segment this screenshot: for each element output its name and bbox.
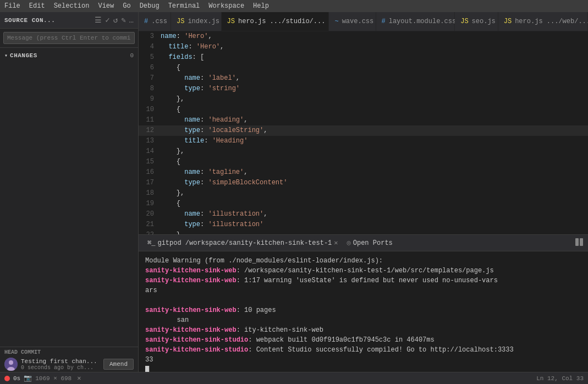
line-num-15: 15: [139, 157, 161, 167]
amend-button[interactable]: Amend: [103, 359, 134, 370]
terminal-line-7: sanity-kitchen-sink-web: ity-kitchen-sin…: [145, 325, 581, 335]
tab-wavecss[interactable]: ~ wave.css: [329, 12, 376, 31]
js-icon: JS: [177, 18, 184, 25]
tab-indexjs[interactable]: JS index.js: [171, 12, 222, 31]
code-line-17: 17 type: 'simpleBlockContent': [139, 178, 588, 188]
layoutcss-icon: #: [382, 18, 386, 25]
line-content-19: {: [161, 199, 588, 209]
changes-count: 0: [130, 52, 134, 59]
line-content-21: type: 'illustration': [161, 220, 588, 230]
terminal-line-8: sanity-kitchen-sink-studio: webpack buil…: [145, 335, 581, 345]
code-line-3: 3 name: 'Hero',: [139, 31, 588, 42]
terminal-area: ⌘_ gitpod /workspace/sanity-kitchen-sink…: [139, 234, 588, 372]
code-line-22: 22 },: [139, 230, 588, 234]
terminal-line-blank: [145, 295, 581, 305]
code-line-16: 16 name: 'tagline',: [139, 167, 588, 178]
sidebar-edit-icon[interactable]: ✎: [121, 15, 125, 25]
sidebar: SOURCE CON... ☰ ✓ ↺ ✎ … ▾ CHANGES: [0, 12, 139, 372]
terminal-cursor-line: 33█: [145, 355, 581, 372]
menu-selection[interactable]: Selection: [54, 2, 90, 10]
main-layout: SOURCE CON... ☰ ✓ ↺ ✎ … ▾ CHANGES: [0, 12, 588, 384]
menu-go[interactable]: Go: [123, 2, 130, 10]
menu-help[interactable]: Help: [253, 2, 269, 10]
wavecss-icon: ~: [334, 18, 338, 25]
line-num-12: 12: [139, 125, 161, 136]
line-content-8: type: 'string': [161, 84, 588, 94]
code-line-12: 12 type: 'localeString',: [139, 125, 588, 136]
line-num-21: 21: [139, 220, 161, 230]
svg-rect-3: [575, 238, 579, 246]
line-num-4: 4: [139, 42, 161, 52]
line-content-18: },: [161, 188, 588, 199]
css-icon: #: [144, 18, 148, 25]
terminal-line-4: ars: [145, 286, 581, 295]
tab-herojs-label: hero.js .../studio/...: [238, 18, 325, 25]
menu-debug[interactable]: Debug: [140, 2, 160, 10]
line-num-10: 10: [139, 105, 161, 115]
sidebar-title: SOURCE CON...: [4, 17, 55, 24]
code-line-20: 20 name: 'illustration',: [139, 209, 588, 220]
terminal-line-1: Module Warning (from ./node_modules/esli…: [145, 256, 581, 266]
terminal-tab[interactable]: ⌘_ gitpod /workspace/sanity-kitchen-sink…: [143, 235, 343, 251]
tab-seojs[interactable]: JS seo.js: [455, 12, 498, 31]
herojs2-icon: JS: [504, 18, 512, 25]
tab-layoutcss[interactable]: # layout.module.css: [376, 12, 455, 31]
tab-css[interactable]: # .css: [139, 12, 171, 31]
line-content-6: {: [161, 63, 588, 73]
terminal-tab-label: gitpod /workspace/sanity-kitchen-sink-te…: [157, 239, 332, 247]
menu-edit[interactable]: Edit: [29, 2, 45, 10]
menu-view[interactable]: View: [98, 2, 114, 10]
svg-rect-4: [580, 238, 583, 246]
terminal-content[interactable]: Module Warning (from ./node_modules/esli…: [139, 251, 588, 372]
tab-css-label: .css: [151, 18, 167, 25]
line-content-5: fields: [: [161, 52, 588, 63]
commit-time: 0 seconds ago by ch...: [21, 365, 100, 371]
changes-section: ▾ CHANGES 0: [0, 48, 138, 63]
line-content-7: name: 'label',: [161, 73, 588, 84]
terminal-line-2: sanity-kitchen-sink-web: /workspace/sani…: [145, 266, 581, 276]
terminal-line-5: sanity-kitchen-sink-web: 10 pages: [145, 305, 581, 315]
seojs-icon: JS: [460, 18, 468, 25]
line-content-11: name: 'heading',: [161, 115, 588, 125]
code-content[interactable]: 3 name: 'Hero', 4 title: 'Hero', 5 field…: [139, 31, 588, 234]
code-line-13: 13 title: 'Heading': [139, 136, 588, 146]
line-num-3: 3: [139, 31, 161, 42]
code-line-21: 21 type: 'illustration': [139, 220, 588, 230]
changes-header[interactable]: ▾ CHANGES 0: [0, 50, 138, 61]
terminal-close-icon[interactable]: ✕: [334, 239, 338, 247]
status-position: Ln 12, Col 33: [536, 375, 584, 382]
open-ports-label: Open Ports: [353, 239, 393, 247]
tab-herojs-active[interactable]: JS hero.js .../studio/... ✕: [222, 12, 329, 31]
tab-wavecss-label: wave.css: [342, 18, 374, 25]
commit-message-input[interactable]: [3, 32, 135, 44]
menu-workspace[interactable]: Workspace: [208, 2, 244, 10]
recording-close-icon[interactable]: ✕: [77, 374, 81, 382]
sidebar-refresh-icon[interactable]: ↺: [113, 15, 118, 25]
line-content-4: title: 'Hero',: [161, 42, 588, 52]
code-line-7: 7 name: 'label',: [139, 73, 588, 84]
tab-herojs2[interactable]: JS hero.js .../web/...: [498, 12, 588, 31]
line-num-9: 9: [139, 94, 161, 105]
sidebar-more-icon[interactable]: …: [129, 16, 134, 25]
sidebar-check-icon[interactable]: ✓: [105, 15, 109, 25]
sidebar-list-icon[interactable]: ☰: [95, 15, 102, 25]
line-num-18: 18: [139, 188, 161, 199]
code-line-6: 6 {: [139, 63, 588, 73]
camera-icon[interactable]: 📷: [24, 374, 32, 382]
recording-bar: 0s 📷 588 × 384 ✕ Ln 12, Col 33: [0, 372, 588, 384]
line-content-22: },: [161, 230, 588, 234]
changes-arrow-icon: ▾: [4, 52, 8, 59]
terminal-tabs-bar: ⌘_ gitpod /workspace/sanity-kitchen-sink…: [139, 235, 588, 251]
code-line-10: 10 {: [139, 105, 588, 115]
tab-indexjs-label: index.js: [188, 18, 219, 25]
menu-file[interactable]: File: [4, 2, 20, 10]
open-ports-button[interactable]: ◎ Open Ports: [347, 239, 393, 247]
terminal-line-6: san: [145, 315, 581, 325]
code-line-19: 19 {: [139, 199, 588, 209]
line-content-12: type: 'localeString',: [161, 125, 588, 136]
menu-terminal[interactable]: Terminal: [168, 2, 200, 10]
terminal-split-icon[interactable]: [575, 238, 584, 249]
terminal-line-9: sanity-kitchen-sink-studio: Content Stud…: [145, 345, 581, 355]
tabs-bar: # .css JS index.js JS hero.js .../studio…: [139, 12, 588, 31]
line-num-7: 7: [139, 73, 161, 84]
